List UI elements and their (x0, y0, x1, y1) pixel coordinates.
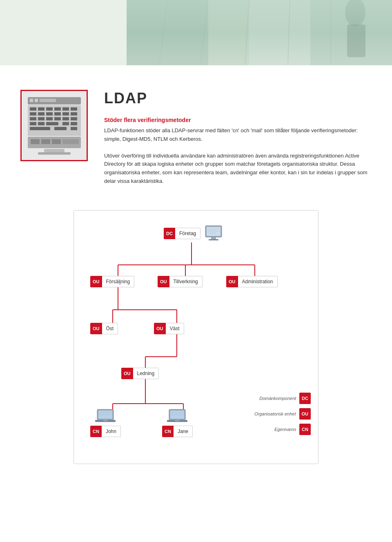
hero-image (127, 0, 392, 65)
svg-rect-1 (127, 0, 208, 65)
node-cn-john: CN John (90, 409, 121, 437)
svg-line-7 (245, 0, 249, 65)
legend-cn-text: Egennamn (274, 427, 296, 432)
badge-ou-vast: OU Väst (154, 323, 184, 334)
svg-rect-25 (46, 112, 53, 116)
badge-ou-ost-text: Öst (102, 323, 118, 334)
badge-ou-tillverkning: OU Tillverkning (158, 276, 203, 287)
badge-cn-jane-text: Jane (174, 426, 193, 437)
legend-dc-text: Domänkomponent (259, 396, 296, 401)
badge-ou-admin-text: Administration (238, 276, 278, 287)
svg-rect-19 (46, 107, 53, 111)
svg-rect-35 (30, 122, 36, 125)
badge-ou-administration: OU Administration (226, 276, 278, 287)
svg-rect-48 (44, 149, 65, 152)
ldap-section: LDAP Stöder flera verifieringsmetoder LD… (20, 90, 372, 194)
legend-badge-ou: OU (299, 408, 311, 420)
computer-icon-foretag (204, 225, 223, 242)
badge-ou-forsaljning: OU Försäljning (90, 276, 134, 287)
legend-item-ou: Organisatorisk enhet OU (254, 408, 311, 420)
svg-rect-11 (347, 24, 365, 57)
svg-rect-27 (62, 112, 69, 116)
svg-rect-14 (35, 99, 38, 102)
badge-ou-ost: OU Öst (90, 323, 118, 334)
legend-badge-dc: DC (299, 393, 311, 404)
svg-rect-23 (30, 112, 36, 116)
svg-rect-17 (30, 107, 36, 111)
badge-cn-john: CN John (90, 426, 121, 437)
svg-point-10 (345, 0, 365, 27)
svg-rect-46 (52, 139, 61, 144)
badge-cn-john-label: CN (90, 426, 102, 437)
svg-line-5 (159, 0, 167, 65)
ldap-paragraph1: LDAP-funktionen stöder alla LDAP-servrar… (104, 127, 372, 144)
svg-rect-0 (127, 0, 392, 65)
ldap-paragraph2: Utöver överföring till individuella anvä… (104, 152, 372, 186)
svg-rect-40 (30, 127, 50, 130)
node-ou-ledning: OU Ledning (121, 368, 159, 379)
badge-ou-ost-label: OU (90, 323, 102, 334)
svg-rect-71 (211, 237, 216, 239)
legend-ou-label: OU (299, 408, 311, 420)
svg-rect-67 (207, 227, 220, 236)
badge-cn-jane-label: CN (162, 426, 174, 437)
svg-rect-33 (62, 117, 69, 120)
badge-ou-tillverkning-label: OU (158, 276, 169, 287)
badge-dc-text: Företag (175, 228, 200, 239)
svg-rect-21 (62, 107, 69, 111)
svg-rect-2 (208, 0, 249, 65)
ldap-text-content: LDAP Stöder flera verifieringsmetoder LD… (104, 90, 372, 194)
badge-cn-jane: CN Jane (162, 426, 193, 437)
svg-rect-22 (71, 107, 77, 111)
badge-ou-vast-text: Väst (166, 323, 184, 334)
legend-badge-cn: CN (299, 424, 311, 435)
svg-rect-34 (71, 117, 77, 120)
svg-rect-32 (54, 117, 61, 120)
laptop-icon-john (95, 409, 116, 424)
svg-rect-13 (30, 99, 33, 102)
svg-rect-44 (31, 139, 40, 144)
legend-cn-label: CN (299, 424, 311, 435)
svg-line-6 (200, 0, 208, 65)
legend-item-cn: Egennamn CN (254, 424, 311, 435)
node-ou-forsaljning: OU Försäljning (90, 276, 134, 287)
svg-rect-42 (71, 127, 77, 130)
svg-rect-37 (46, 122, 58, 125)
svg-rect-41 (54, 127, 67, 130)
ldap-subheading: Stöder flera verifieringsmetoder (104, 117, 372, 123)
badge-ou-forsaljning-label: OU (90, 276, 102, 287)
ldap-title: LDAP (104, 90, 372, 107)
svg-rect-36 (38, 122, 45, 125)
badge-dc-label: DC (164, 228, 175, 239)
legend-dc-label: DC (299, 393, 311, 404)
badge-ou-ledning-label: OU (121, 368, 133, 379)
badge-ou-vast-label: OU (154, 323, 166, 334)
svg-rect-39 (71, 122, 77, 125)
node-dc-foretag: DC Företag (164, 225, 223, 242)
svg-rect-18 (38, 107, 45, 111)
svg-rect-30 (38, 117, 45, 120)
diagram-container: DC Företag (82, 223, 311, 451)
diagram-wrapper: DC Företag (74, 210, 318, 464)
badge-ou-ledning-text: Ledning (133, 368, 159, 379)
laptop-icon-jane (167, 409, 187, 424)
badge-cn-john-text: John (102, 426, 121, 437)
svg-rect-31 (46, 117, 53, 120)
node-ou-vast: OU Väst (154, 323, 184, 334)
hero-section (0, 0, 392, 65)
badge-ou-tillverkning-text: Tillverkning (169, 276, 203, 287)
node-ou-ost: OU Öst (90, 323, 118, 334)
svg-rect-45 (41, 139, 50, 144)
svg-rect-49 (38, 152, 71, 155)
svg-rect-78 (103, 420, 107, 421)
svg-rect-72 (209, 239, 218, 240)
badge-dc-foretag: DC Företag (164, 228, 200, 239)
node-ou-tillverkning: OU Tillverkning (158, 276, 203, 287)
svg-rect-47 (62, 139, 79, 144)
badge-ou-forsaljning-text: Försäljning (102, 276, 135, 287)
badge-ou-ledning: OU Ledning (121, 368, 159, 379)
main-content: LDAP Stöder flera verifieringsmetoder LD… (0, 65, 392, 497)
node-cn-jane: CN Jane (162, 409, 193, 437)
svg-rect-29 (30, 117, 36, 120)
svg-line-8 (288, 0, 290, 65)
